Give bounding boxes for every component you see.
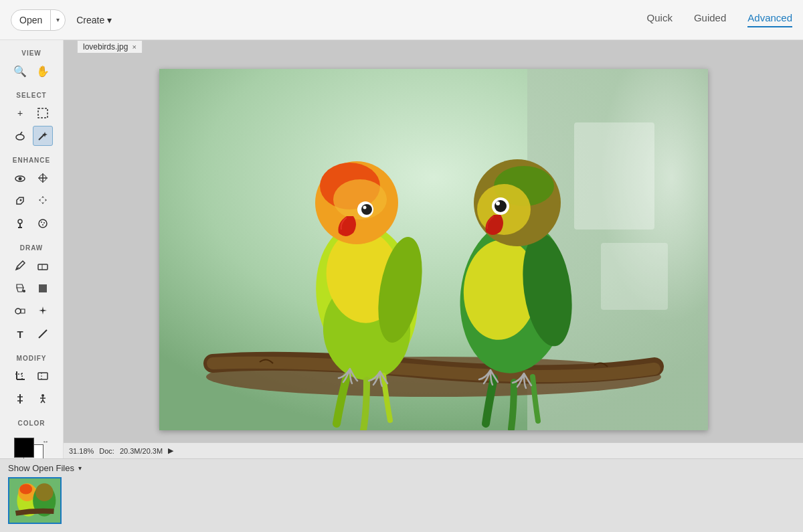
close-tab-button[interactable]: × [132,43,136,51]
svg-point-5 [19,177,22,181]
svg-rect-26 [38,373,48,379]
svg-rect-19 [39,284,47,292]
topbar-right: Quick Guided Advanced [647,12,792,27]
open-dropdown-arrow[interactable]: ▾ [50,10,65,30]
svg-point-12 [41,221,42,223]
svg-point-13 [43,222,45,224]
zoom-level: 31.18% [69,447,94,455]
svg-point-63 [19,484,32,494]
show-open-files-button[interactable]: Show Open Files ▾ [0,459,803,477]
zoom-tool[interactable]: 🔍 [10,61,30,81]
svg-point-48 [361,204,372,215]
status-arrow[interactable]: ▶ [168,446,173,455]
svg-point-59 [496,201,500,205]
clone-tool[interactable] [10,191,30,211]
open-label: Open [11,15,50,25]
topbar: Open ▾ Create ▾ Quick Guided Advanced [0,0,803,40]
shape-tool[interactable] [33,278,53,298]
image-tab: lovebirds.jpg × [77,40,143,53]
color-section: ↔ ⬛ [0,430,63,458]
color-section-label: COLOR [0,416,63,430]
draw-tools-row1 [0,254,63,277]
show-open-files-label: Show Open Files [8,463,74,473]
select-section-label: SELECT [0,88,63,102]
svg-line-35 [43,400,45,403]
topbar-left: Open ▾ Create ▾ [11,9,114,31]
marquee-tool[interactable] [33,103,53,123]
tab-guided[interactable]: Guided [694,12,726,27]
open-button[interactable]: Open ▾ [11,9,66,31]
pencil-tool[interactable] [10,256,30,276]
bottom-panel: Show Open Files ▾ [0,458,803,532]
move-tool[interactable] [33,191,53,211]
foreground-color-swatch[interactable] [14,438,34,458]
svg-point-58 [495,200,507,212]
main-area: VIEW 🔍 ✋ SELECT + ENHANCE [0,40,803,458]
recompose-tool[interactable] [33,366,53,386]
paint-bucket-tool[interactable] [10,278,30,298]
sponge-tool[interactable] [33,213,53,234]
thumbnail-item[interactable] [8,477,62,524]
tab-quick[interactable]: Quick [647,12,673,27]
puppet-tool[interactable] [33,389,53,409]
create-button[interactable]: Create ▾ [74,15,114,25]
select-tools-row1: + [0,102,63,124]
image-tab-name: lovebirds.jpg [83,42,128,52]
healing-tool[interactable] [33,168,53,188]
straighten-tool[interactable] [10,389,30,409]
parrot-image [159,69,708,430]
svg-rect-16 [38,264,48,270]
enhance-section-label: ENHANCE [0,153,63,167]
color-swatches: ↔ ⬛ [14,438,49,458]
svg-point-8 [18,219,22,224]
view-tools-row: 🔍 ✋ [0,60,63,82]
thumbnails-strip [0,477,803,524]
svg-point-14 [42,224,43,226]
enhance-tools-row2 [0,189,63,212]
type-tool[interactable]: T [10,324,30,344]
select-tools-row2 [0,124,63,147]
draw-tools-row4: T [0,323,63,345]
enhance-tools-row1 [0,167,63,189]
new-selection-tool[interactable]: + [10,103,30,123]
toolbar: VIEW 🔍 ✋ SELECT + ENHANCE [0,40,64,458]
lasso-tool[interactable] [10,126,30,146]
canvas-area: lovebirds.jpg × [64,40,803,458]
show-open-files-chevron: ▾ [78,464,82,472]
red-eye-tool[interactable] [10,168,30,188]
svg-rect-39 [601,243,668,310]
svg-line-21 [39,330,47,338]
draw-tools-row3 [0,300,63,323]
svg-rect-0 [38,108,48,118]
svg-point-31 [41,394,44,397]
svg-point-20 [15,308,21,314]
dodge-tool[interactable] [10,213,30,234]
svg-point-49 [363,205,366,209]
doc-label: Doc: [99,447,114,455]
eraser-tool[interactable] [33,256,53,276]
modify-tools-row1 [0,365,63,387]
pan-tool[interactable]: ✋ [33,61,53,81]
magic-wand-tool[interactable] [33,126,53,146]
svg-point-1 [16,135,24,140]
svg-point-7 [20,199,22,201]
svg-rect-38 [574,122,654,230]
svg-point-11 [39,219,47,228]
tab-advanced[interactable]: Advanced [747,12,792,27]
sparkle-tool[interactable] [33,301,53,321]
view-section-label: VIEW [0,46,63,60]
create-arrow: ▾ [107,15,112,25]
modify-section-label: MODIFY [0,351,63,365]
create-label: Create [76,15,104,25]
svg-point-18 [23,290,25,292]
color-replace-tool[interactable] [10,301,30,321]
modify-tools-row2 [0,387,63,410]
line-tool[interactable] [33,324,53,344]
enhance-tools-row3 [0,212,63,235]
draw-tools-row2 [0,277,63,300]
doc-size: 20.3M/20.3M [120,447,163,455]
svg-point-65 [35,483,54,501]
crop-tool[interactable] [10,366,30,386]
statusbar: 31.18% Doc: 20.3M/20.3M ▶ [64,442,803,458]
draw-section-label: DRAW [0,240,63,254]
